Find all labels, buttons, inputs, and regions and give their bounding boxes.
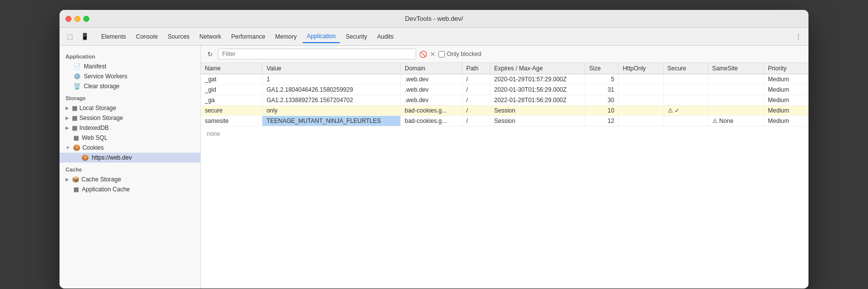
table-row[interactable]: samesite TEENAGE_MUTANT_NINJA_FLEURTLES … — [201, 116, 808, 126]
col-header-httponly[interactable]: HttpOnly — [619, 63, 663, 74]
table-row[interactable]: _ga GA1.2.1338892726.1567204702 .web.dev… — [201, 95, 808, 106]
no-url-icon[interactable]: 🚫 — [419, 51, 427, 58]
inspect-icon[interactable]: ⬚ — [63, 30, 76, 43]
sidebar-group-session-storage[interactable]: ▶ ▦ Session Storage — [60, 113, 200, 123]
cell-secure: ⚠ ✓ — [663, 106, 708, 116]
tab-elements[interactable]: Elements — [97, 30, 130, 43]
cell-name: samesite — [201, 116, 262, 126]
cell-httponly — [619, 85, 663, 95]
sidebar-item-application-cache[interactable]: ▦ Application Cache — [60, 184, 200, 194]
cell-samesite: ⚠ None — [708, 116, 764, 126]
cache-storage-chevron: ▶ — [65, 177, 69, 182]
table-row[interactable]: _gat 1 .web.dev / 2020-01-29T01:57:29.00… — [201, 74, 808, 85]
sidebar-item-web-sql[interactable]: ▦ Web SQL — [60, 133, 200, 143]
toolbar-icons: ⬚ 📱 — [63, 30, 91, 43]
cell-priority: Medium — [764, 116, 808, 126]
table-row[interactable]: secure only bad-cookies.g... / Session 1… — [201, 106, 808, 116]
cell-httponly — [619, 95, 663, 106]
tab-network[interactable]: Network — [195, 30, 225, 43]
sidebar-group-indexeddb[interactable]: ▶ ▦ IndexedDB — [60, 123, 200, 133]
indexeddb-icon: ▦ — [72, 124, 77, 131]
tab-sources[interactable]: Sources — [164, 30, 193, 43]
sidebar-item-clear-storage[interactable]: 🗑️ Clear storage — [60, 81, 200, 91]
col-header-name[interactable]: Name — [201, 63, 262, 74]
close-button[interactable] — [65, 16, 71, 22]
sidebar-item-manifest[interactable]: 📄 Manifest — [60, 61, 200, 71]
col-header-priority[interactable]: Priority — [764, 63, 808, 74]
web-sql-icon: ▦ — [73, 134, 79, 141]
refresh-icon[interactable]: ↻ — [205, 51, 215, 58]
tab-application[interactable]: Application — [303, 30, 340, 43]
cell-path: / — [462, 74, 490, 85]
more-options-icon[interactable]: ⋮ — [792, 30, 805, 43]
cell-name: _gat — [201, 74, 262, 85]
titlebar: DevTools - web.dev/ — [60, 10, 808, 28]
tab-console[interactable]: Console — [132, 30, 162, 43]
col-header-path[interactable]: Path — [462, 63, 490, 74]
cell-value: TEENAGE_MUTANT_NINJA_FLEURTLES — [262, 116, 401, 126]
col-header-value[interactable]: Value — [262, 63, 401, 74]
tab-memory[interactable]: Memory — [271, 30, 301, 43]
maximize-button[interactable] — [83, 16, 89, 22]
cell-domain: bad-cookies.g... — [401, 116, 462, 126]
col-header-expires[interactable]: Expires / Max-Age — [490, 63, 585, 74]
session-storage-icon: ▦ — [72, 115, 77, 121]
main-content: ↻ 🚫 ✕ Only blocked Name Value Domain — [201, 46, 808, 289]
cell-samesite — [708, 85, 764, 95]
cell-secure — [663, 116, 708, 126]
cell-expires: 2022-01-28T01:56:29.000Z — [490, 95, 585, 106]
cell-samesite — [708, 95, 764, 106]
sidebar-group-cookies[interactable]: ▼ 🍪 Cookies — [60, 143, 200, 153]
filter-input[interactable] — [218, 49, 416, 59]
devtools-window: DevTools - web.dev/ ⬚ 📱 Elements Console… — [60, 10, 808, 289]
table-row[interactable]: _gid GA1.2.1804046426.1580259929 .web.de… — [201, 85, 808, 95]
cell-path: / — [462, 85, 490, 95]
cell-httponly — [619, 74, 663, 85]
cell-priority: Medium — [764, 74, 808, 85]
col-header-size[interactable]: Size — [585, 63, 619, 74]
cell-priority: Medium — [764, 85, 808, 95]
tab-security[interactable]: Security — [342, 30, 371, 43]
minimize-button[interactable] — [74, 16, 80, 22]
col-header-secure[interactable]: Secure — [663, 63, 708, 74]
cookies-icon: 🍪 — [73, 144, 80, 151]
cell-domain: bad-cookies.g... — [401, 106, 462, 116]
storage-header: Storage — [60, 91, 200, 103]
cell-httponly — [619, 106, 663, 116]
cell-samesite — [708, 74, 764, 85]
cell-secure — [663, 74, 708, 85]
only-blocked-checkbox[interactable] — [438, 51, 445, 58]
col-header-samesite[interactable]: SameSite — [708, 63, 764, 74]
cell-name: _ga — [201, 95, 262, 106]
cell-expires: 2020-01-29T01:57:29.000Z — [490, 74, 585, 85]
service-workers-icon: ⚙️ — [73, 73, 81, 80]
application-cache-icon: ▦ — [73, 186, 79, 193]
traffic-lights — [65, 16, 89, 22]
window-title: DevTools - web.dev/ — [405, 15, 463, 22]
cell-size: 5 — [585, 74, 619, 85]
cell-size: 31 — [585, 85, 619, 95]
tab-performance[interactable]: Performance — [227, 30, 269, 43]
cell-name: _gid — [201, 85, 262, 95]
sidebar-item-service-workers[interactable]: ⚙️ Service Workers — [60, 71, 200, 81]
cell-priority: Medium — [764, 95, 808, 106]
clear-filter-icon[interactable]: ✕ — [430, 51, 435, 58]
cookies-url-icon: 🍪 — [81, 154, 89, 161]
cell-secure — [663, 95, 708, 106]
only-blocked-label[interactable]: Only blocked — [438, 51, 481, 58]
cell-value: 1 — [262, 74, 401, 85]
clear-storage-icon: 🗑️ — [73, 83, 81, 90]
tab-audits[interactable]: Audits — [373, 30, 397, 43]
sidebar-group-cache-storage[interactable]: ▶ 📦 Cache Storage — [60, 174, 200, 184]
col-header-domain[interactable]: Domain — [401, 63, 462, 74]
local-storage-chevron: ▶ — [65, 106, 69, 111]
none-text: none — [201, 126, 808, 141]
cell-priority: Medium — [764, 106, 808, 116]
sidebar-group-local-storage[interactable]: ▶ ▦ Local Storage — [60, 103, 200, 113]
device-icon[interactable]: 📱 — [78, 30, 91, 43]
cell-domain: .web.dev — [401, 74, 462, 85]
sidebar: Application 📄 Manifest ⚙️ Service Worker… — [60, 46, 201, 289]
cell-domain: .web.dev — [401, 95, 462, 106]
sidebar-item-cookies-url[interactable]: 🍪 https://web.dev — [60, 153, 200, 163]
cell-expires: Session — [490, 116, 585, 126]
